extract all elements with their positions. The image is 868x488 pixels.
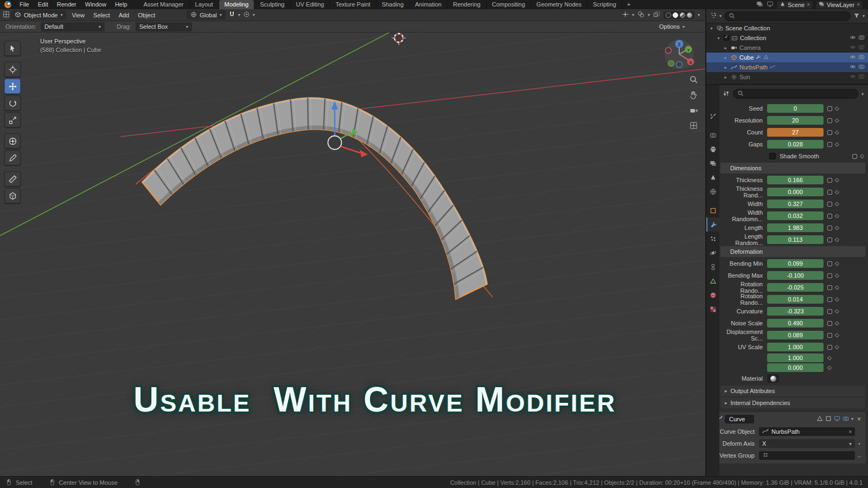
navigation-gizmo[interactable]: Z Y X (665, 40, 694, 69)
annotate-tool-button[interactable] (4, 150, 21, 165)
viewport-menu-add[interactable]: Add (114, 12, 134, 18)
keyframe-diamond-icon[interactable]: ◇ (835, 273, 839, 278)
transform-tool-button[interactable] (4, 133, 21, 149)
disclosure-icon[interactable]: ▾ (709, 26, 714, 31)
properties-tab-texture[interactable] (706, 302, 719, 316)
keyframe-diamond-icon[interactable]: ◇ (860, 153, 864, 159)
decorator-icon[interactable] (827, 237, 832, 242)
proportional-edit-icon[interactable] (243, 11, 250, 19)
keyframe-diamond-icon[interactable]: ◇ (827, 365, 832, 370)
camera-view-button[interactable] (690, 106, 698, 116)
properties-tab-physics[interactable] (706, 246, 719, 260)
hide-in-viewport-icon[interactable] (850, 73, 856, 81)
collapsed-panel-output-attributes[interactable]: ▸ Output Attributes (720, 386, 865, 396)
filter-icon[interactable] (853, 12, 860, 20)
wireframe-shading-icon[interactable] (666, 12, 671, 18)
properties-tab-modifiers[interactable] (706, 217, 719, 232)
decorator-icon[interactable] (827, 285, 832, 290)
hide-in-viewport-icon[interactable] (850, 44, 856, 52)
proportional-options-chevron-icon[interactable]: ▾ (253, 12, 255, 17)
outliner-search[interactable] (724, 11, 851, 21)
material-shading-icon[interactable] (680, 12, 685, 18)
decorator-icon[interactable] (827, 190, 832, 195)
property-value-slider[interactable]: 0.014 (767, 295, 824, 304)
properties-editor-icon[interactable] (723, 90, 730, 98)
modifier-name-field[interactable]: Curve (725, 415, 754, 423)
properties-tab-render[interactable] (706, 128, 719, 142)
property-value-slider[interactable]: -0.025 (767, 283, 824, 292)
property-value-slider[interactable]: 0.000 (767, 188, 824, 196)
viewport-menu-object[interactable]: Object (133, 12, 159, 18)
disclosure-icon[interactable]: ▸ (723, 75, 729, 80)
curve-object-field[interactable]: NurbsPath × (759, 427, 855, 436)
chevron-down-icon[interactable]: ▾ (719, 14, 722, 18)
gizmo-x-arrow[interactable] (360, 150, 368, 157)
menu-window[interactable]: Window (81, 0, 111, 9)
workspace-tab-modeling[interactable]: Modeling (219, 0, 255, 9)
pan-hand-button[interactable] (689, 91, 698, 101)
rendered-shading-icon[interactable] (687, 12, 692, 18)
keyframe-diamond-icon[interactable]: ◇ (835, 201, 839, 207)
decorator-icon[interactable] (827, 142, 832, 147)
decorator-icon[interactable] (827, 321, 832, 326)
viewlayer-unlink-icon[interactable]: × (857, 2, 860, 8)
clear-object-icon[interactable]: × (848, 429, 852, 435)
hide-in-viewport-icon[interactable] (850, 54, 856, 61)
render-toggle-icon[interactable] (843, 415, 849, 423)
decorator-icon[interactable] (852, 154, 857, 159)
scene-unlink-icon[interactable]: × (807, 2, 810, 8)
outliner-row-nurbspath[interactable]: ▸NurbsPath (706, 62, 868, 72)
decorator-icon[interactable] (827, 106, 832, 111)
disable-in-render-icon[interactable] (858, 73, 865, 81)
modifier-close-icon[interactable]: × (856, 415, 863, 423)
workspace-tab-shading[interactable]: Shading (376, 0, 410, 9)
property-value-slider[interactable]: 20 (767, 116, 824, 125)
decorator-icon[interactable] (827, 297, 832, 302)
keyframe-diamond-icon[interactable]: ◇ (835, 189, 839, 195)
solid-shading-icon[interactable] (673, 12, 678, 18)
properties-tab-scene[interactable] (706, 170, 719, 184)
workspace-tab-rendering[interactable]: Rendering (448, 0, 487, 9)
vertex-group-field[interactable] (759, 451, 855, 460)
keyframe-diamond-icon[interactable]: ◇ (835, 237, 839, 242)
property-value-slider[interactable]: -0.323 (767, 307, 824, 316)
scale-tool-button[interactable] (4, 112, 21, 127)
properties-tab-constraints[interactable] (706, 260, 719, 274)
modifier-extras-chevron-icon[interactable]: ▾ (851, 416, 853, 421)
add-workspace-button[interactable]: + (622, 0, 635, 9)
properties-tab-object-data[interactable] (706, 274, 719, 288)
editor-type-icon[interactable] (3, 11, 10, 19)
viewport-menu-view[interactable]: View (67, 12, 89, 18)
decorator-icon[interactable] (827, 309, 832, 314)
shade-smooth-checkbox[interactable] (769, 153, 776, 159)
snap-options-chevron-icon[interactable]: ▾ (238, 12, 240, 17)
options-dropdown[interactable]: Options ▾ (659, 23, 685, 30)
add-cube-tool-button[interactable] (4, 188, 21, 203)
property-value-slider[interactable]: 0 (767, 104, 824, 113)
property-value-slider[interactable]: 0.000 (767, 363, 824, 372)
properties-tab-tool[interactable] (706, 109, 719, 123)
collection-checkbox[interactable] (724, 35, 729, 41)
invert-vertex-group-icon[interactable]: ↔ (855, 453, 864, 459)
property-value-slider[interactable]: 0.113 (767, 235, 824, 244)
snap-magnet-icon[interactable] (228, 11, 235, 19)
keyframe-diamond-icon[interactable]: ◇ (835, 285, 839, 290)
outliner-row-cube[interactable]: ▸Cube (706, 53, 868, 62)
keyframe-diamond-icon[interactable]: ◇ (835, 344, 839, 350)
move-tool-button[interactable] (4, 79, 21, 94)
property-value-slider[interactable]: 1.000 (767, 343, 824, 351)
workspace-tab-animation[interactable]: Animation (410, 0, 448, 9)
disclosure-icon[interactable]: ▾ (716, 36, 722, 41)
viewport-3d[interactable]: Z Y X User Perspective (588) Collection … (0, 33, 705, 476)
disable-in-render-icon[interactable] (858, 54, 865, 61)
gizmo-center-ring[interactable] (328, 136, 342, 150)
drag-setting-dropdown[interactable]: Select Box ▾ (136, 22, 192, 31)
workspace-tab-asset-manager[interactable]: Asset Manager (138, 0, 190, 9)
nav-axis-neg-x-ball[interactable] (666, 48, 672, 54)
nav-axis-neg-z-ball[interactable] (676, 62, 682, 68)
section-heading-deformation[interactable]: Deformation (720, 246, 865, 257)
measure-tool-button[interactable] (4, 171, 21, 187)
property-value-slider[interactable]: 0.490 (767, 319, 824, 328)
keyframe-diamond-icon[interactable]: ◇ (835, 332, 839, 338)
mode-selector[interactable]: Object Mode ▾ (11, 10, 66, 20)
